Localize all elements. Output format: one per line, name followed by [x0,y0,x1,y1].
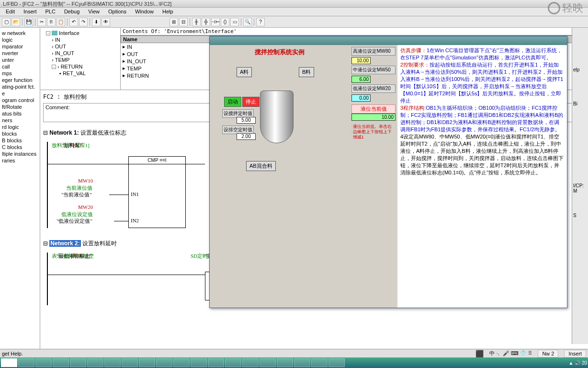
drain-time-value[interactable]: 2.00 [237,133,256,140]
tree-retval[interactable]: RET_VAL [63,70,86,76]
tree-inout[interactable]: IN_OUT [55,50,74,56]
task-item[interactable] [139,358,155,367]
cat-item[interactable]: ating-point fct. [1,83,39,90]
task-item[interactable] [87,358,103,367]
tb-box[interactable]: ▭ [230,18,239,26]
sim-titlebar[interactable] [210,36,567,45]
tb-download[interactable]: ⬇ [92,18,101,26]
tree-in[interactable]: IN [55,37,60,43]
menu-edit[interactable]: Edit [2,8,19,16]
ime-text[interactable]: 中 ╮ 🎤 ⌨ 👕 ⠿ [489,350,532,357]
task-item[interactable] [35,358,52,367]
tb-undo[interactable]: ↶ [69,18,78,26]
current-level-value[interactable]: 10.00 [351,114,396,121]
menu-options[interactable]: Options [104,8,130,16]
stop-button[interactable]: 停止 [242,97,260,107]
task-item[interactable] [208,358,224,367]
tree-return[interactable]: RETURN [61,64,83,69]
tb-open[interactable]: 📂 [11,18,20,26]
hi-value[interactable]: 10.00 [351,57,371,64]
cat-item[interactable]: raries [1,157,39,164]
cat-item[interactable]: ners [1,117,39,124]
b-material-button[interactable]: B料 [299,67,314,77]
sim-title: 搅拌控制系统实例 [213,48,347,57]
tb-monitor[interactable]: 👁 [102,18,110,26]
tb-cut[interactable]: ✂ [37,18,46,26]
menu-window[interactable]: Window [131,8,158,16]
cat-item[interactable]: unter [1,57,39,63]
tb-block2[interactable]: ⊟ [179,18,188,26]
task-item[interactable] [18,358,34,367]
taskbar[interactable]: ▲ 🔊 20 [0,357,588,368]
expand-icon[interactable]: ⊟ [43,129,49,136]
tb-block1[interactable]: ⊞ [170,18,178,26]
tree-temp[interactable]: TEMP [55,57,70,63]
cat-item[interactable]: call [1,63,39,70]
task-item[interactable] [294,358,310,367]
tb-help[interactable]: ? [256,18,265,26]
cat-item[interactable]: rd logic [1,124,39,130]
cat-item[interactable]: C blocks [1,144,39,150]
mix-time-value[interactable]: 5.00 [237,117,256,124]
cat-item[interactable]: atus bits [1,110,39,117]
ime-icon[interactable]: ⬛ [475,350,484,357]
tb-contact[interactable]: ⊣⊢ [211,18,220,26]
cat-item[interactable]: nverter [1,50,39,57]
menu-insert[interactable]: Insert [20,8,41,16]
menu-plc[interactable]: PLC [41,8,59,16]
mid-label: 中液位设定MW50 [351,66,396,74]
task-item[interactable] [70,358,86,367]
tb-save[interactable]: 💾 [24,18,33,26]
tb-zoom[interactable]: 🔍 [243,18,252,26]
task-item[interactable] [225,358,241,367]
cat-item[interactable]: eger function [1,77,39,83]
cat-item[interactable]: logic [1,36,39,43]
simulation-window[interactable]: 搅拌控制系统实例 A料 B料 启动 停止 设搅拌定时值 5.00 设排空定时值 … [209,36,567,308]
task-item[interactable] [122,358,138,367]
task-item[interactable] [191,358,207,367]
tb-redo[interactable]: ↷ [79,18,88,26]
mid-value[interactable]: 6.00 [351,76,371,83]
tb-net[interactable]: ╫ [192,18,201,26]
task-item[interactable] [1,358,17,367]
tb-copy[interactable]: ⎘ [47,18,56,26]
cat-item[interactable]: e [1,90,39,97]
a-material-button[interactable]: A料 [237,67,252,77]
start-button[interactable]: 启动 [224,97,241,107]
cat-item[interactable]: ft/Rotate [1,104,39,110]
tank-graphic [260,91,294,143]
ab-mix-button[interactable]: AB混合料 [246,161,276,171]
tray[interactable]: ▲ 🔊 20 [568,360,587,366]
lo-value[interactable]: 0.00 [351,94,371,102]
interface-tree[interactable]: -Interface ›IN ›OUT ›IN_OUT ›TEMP -›RETU… [40,28,121,90]
cat-item[interactable]: w network [1,30,39,36]
expand-icon[interactable]: - [46,31,50,35]
task-item[interactable] [242,358,259,367]
task-item[interactable] [328,358,345,367]
task-item[interactable] [156,358,172,367]
task-item[interactable] [311,358,328,367]
task-item[interactable] [104,358,121,367]
menu-view[interactable]: View [84,8,103,16]
tree-root[interactable]: Interface [59,30,79,36]
cat-item[interactable]: ogram control [1,97,39,104]
menu-help[interactable]: Help [158,8,177,16]
cat-item[interactable]: B blocks [1,137,39,144]
tree-out[interactable]: OUT [55,44,66,49]
cat-item[interactable]: mparator [1,43,39,50]
tb-paste[interactable]: 📋 [57,18,65,26]
tb-new[interactable]: ▢ [2,18,11,26]
task-item[interactable] [173,358,190,367]
catalog-pane[interactable]: w network logic mparator nverter unter c… [0,28,40,356]
expand-icon[interactable]: ⊟ [43,240,49,247]
cat-item[interactable]: mps [1,70,39,77]
task-item[interactable] [53,358,69,367]
expand-icon[interactable]: - [52,65,56,69]
tb-coil[interactable]: () [221,18,229,26]
task-item[interactable] [260,358,276,367]
task-item[interactable] [277,358,293,367]
menu-debug[interactable]: Debug [60,8,83,16]
cat-item[interactable]: blocks [1,130,39,137]
tb-branch[interactable]: ╬ [202,18,210,26]
cat-item[interactable]: ltiple instances [1,150,39,157]
